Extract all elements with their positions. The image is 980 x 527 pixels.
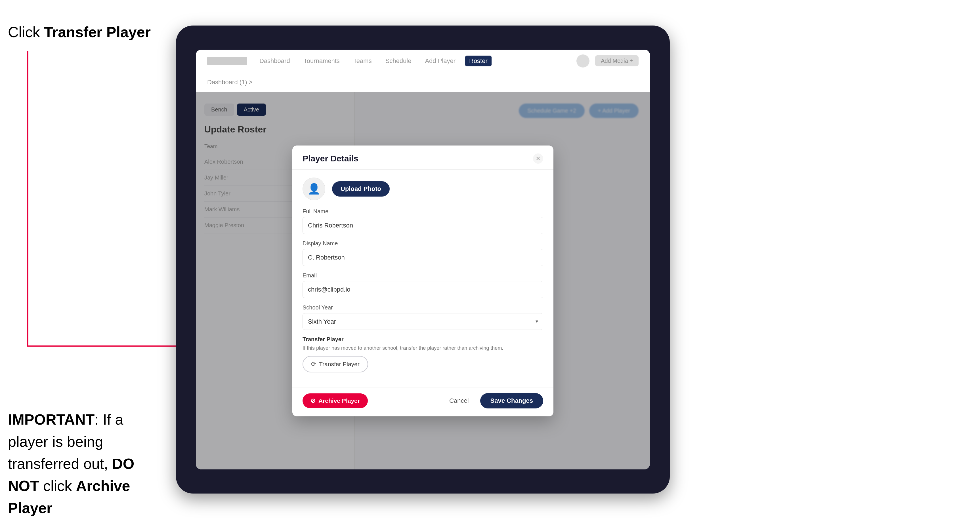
upload-photo-button[interactable]: Upload Photo: [332, 181, 390, 197]
player-details-modal: Player Details × 👤 Upload Photo: [292, 146, 554, 416]
modal-title: Player Details: [302, 154, 358, 163]
save-changes-button[interactable]: Save Changes: [480, 393, 543, 408]
instruction-bottom-4: click: [39, 478, 76, 494]
email-label: Email: [302, 272, 543, 279]
display-name-group: Display Name: [302, 240, 543, 266]
avatar: 👤: [302, 178, 325, 200]
full-name-label: Full Name: [302, 208, 543, 215]
tablet-device: Dashboard Tournaments Teams Schedule Add…: [176, 25, 670, 494]
full-name-field[interactable]: [302, 217, 543, 234]
person-icon: 👤: [308, 183, 320, 195]
instruction-top-bold: Transfer Player: [44, 24, 151, 40]
sub-header: Dashboard (1) >: [196, 72, 650, 92]
transfer-description: If this player has moved to another scho…: [302, 344, 543, 352]
avatar: [576, 54, 589, 68]
nav-teams[interactable]: Teams: [349, 56, 376, 67]
app-header: Dashboard Tournaments Teams Schedule Add…: [196, 50, 650, 72]
full-name-group: Full Name: [302, 208, 543, 234]
tablet-screen: Dashboard Tournaments Teams Schedule Add…: [196, 50, 650, 470]
instruction-bottom: IMPORTANT: If a player is being transfer…: [8, 408, 167, 519]
archive-icon: ⊘: [310, 397, 316, 404]
nav-roster[interactable]: Roster: [465, 56, 492, 67]
instruction-top-prefix: Click: [8, 24, 44, 40]
footer-right: Cancel Save Changes: [444, 393, 543, 408]
app-logo: [207, 57, 247, 65]
school-year-group: School Year First Year Second Year Third…: [302, 304, 543, 330]
cancel-button[interactable]: Cancel: [444, 393, 474, 408]
close-icon[interactable]: ×: [533, 154, 543, 163]
transfer-icon: ⟳: [311, 360, 316, 368]
important-label: IMPORTANT: [8, 411, 94, 428]
nav-tournaments[interactable]: Tournaments: [300, 56, 344, 67]
breadcrumb: Dashboard (1) >: [207, 79, 253, 86]
nav-dashboard[interactable]: Dashboard: [255, 56, 294, 67]
modal-footer: ⊘ Archive Player Cancel Save Changes: [292, 387, 554, 416]
nav-add-player[interactable]: Add Player: [421, 56, 460, 67]
display-name-field[interactable]: [302, 249, 543, 266]
school-year-label: School Year: [302, 304, 543, 311]
transfer-section-title: Transfer Player: [302, 336, 543, 343]
transfer-player-button[interactable]: ⟳ Transfer Player: [302, 356, 368, 372]
modal-header: Player Details ×: [292, 146, 554, 170]
modal-body: 👤 Upload Photo Full Name Display Name: [292, 170, 554, 387]
transfer-player-section: Transfer Player If this player has moved…: [302, 336, 543, 372]
photo-section: 👤 Upload Photo: [302, 178, 543, 200]
archive-player-button[interactable]: ⊘ Archive Player: [302, 394, 368, 408]
header-right: Add Media +: [576, 54, 639, 68]
transfer-btn-label: Transfer Player: [319, 361, 360, 368]
display-name-label: Display Name: [302, 240, 543, 247]
app-nav: Dashboard Tournaments Teams Schedule Add…: [255, 56, 568, 67]
modal-overlay: Player Details × 👤 Upload Photo: [196, 92, 650, 470]
archive-btn-label: Archive Player: [318, 397, 360, 404]
nav-schedule[interactable]: Schedule: [382, 56, 415, 67]
school-year-select[interactable]: First Year Second Year Third Year Fourth…: [302, 313, 543, 330]
email-field[interactable]: [302, 281, 543, 298]
main-content: Bench Active Update Roster Team Alex Rob…: [196, 92, 650, 470]
email-group: Email: [302, 272, 543, 298]
instruction-top: Click Transfer Player: [8, 23, 151, 42]
arrow-vertical: [27, 51, 29, 346]
header-add-media-btn[interactable]: Add Media +: [595, 55, 639, 67]
school-year-select-wrapper: First Year Second Year Third Year Fourth…: [302, 313, 543, 330]
